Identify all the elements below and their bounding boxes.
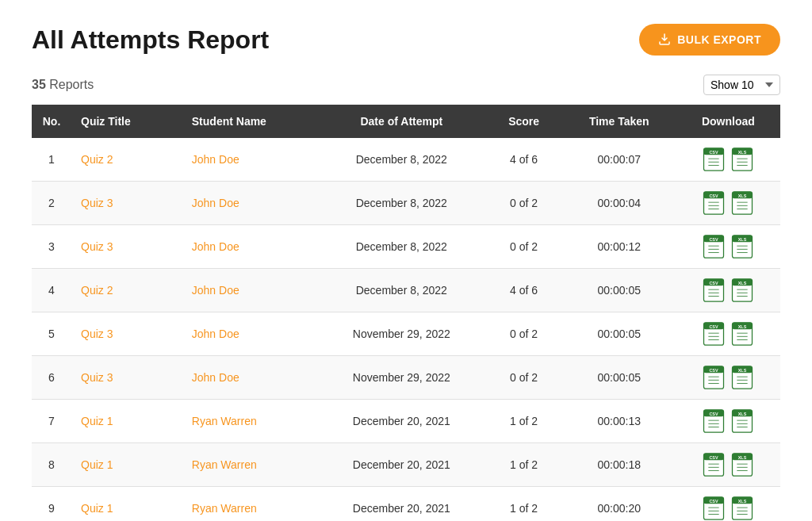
csv-download-icon[interactable]: CSV	[702, 409, 726, 433]
cell-time: 00:00:13	[562, 400, 676, 443]
xls-download-icon[interactable]: XLS	[730, 496, 754, 520]
table-row: 8 Quiz 1 Ryan Warren December 20, 2021 1…	[32, 443, 780, 487]
svg-text:XLS: XLS	[738, 150, 747, 155]
cell-time: 00:00:05	[562, 312, 676, 356]
cell-quiz: Quiz 1	[71, 443, 182, 487]
cell-time: 00:00:07	[562, 138, 676, 182]
cell-no: 9	[32, 487, 71, 522]
svg-text:XLS: XLS	[738, 368, 747, 373]
cell-date: December 8, 2022	[317, 269, 485, 312]
student-link[interactable]: Ryan Warren	[192, 502, 257, 515]
cell-time: 00:00:05	[562, 356, 676, 400]
table-header: No. Quiz Title Student Name Date of Atte…	[32, 105, 780, 138]
cell-no: 8	[32, 443, 71, 487]
table-row: 5 Quiz 3 John Doe November 29, 2022 0 of…	[32, 312, 780, 356]
cell-date: December 8, 2022	[317, 225, 485, 269]
cell-download: CSV XLS	[676, 443, 780, 487]
cell-no: 3	[32, 225, 71, 269]
sub-header: 35 Reports Show 10 Show 25 Show 50 Show …	[32, 75, 780, 95]
table-row: 3 Quiz 3 John Doe December 8, 2022 0 of …	[32, 225, 780, 269]
cell-score: 0 of 2	[485, 225, 561, 269]
csv-download-icon[interactable]: CSV	[702, 453, 726, 477]
show-select[interactable]: Show 10 Show 25 Show 50 Show 100	[703, 75, 780, 95]
quiz-link[interactable]: Quiz 1	[81, 502, 113, 515]
cell-time: 00:00:18	[562, 443, 676, 487]
xls-download-icon[interactable]: XLS	[730, 453, 754, 477]
student-link[interactable]: John Doe	[192, 153, 239, 166]
cell-quiz: Quiz 2	[71, 269, 182, 312]
table-row: 7 Quiz 1 Ryan Warren December 20, 2021 1…	[32, 400, 780, 443]
student-link[interactable]: John Doe	[192, 197, 239, 209]
cell-date: November 29, 2022	[317, 356, 485, 400]
quiz-link[interactable]: Quiz 3	[81, 197, 113, 209]
bulk-export-button[interactable]: BULK EXPORT	[639, 24, 780, 56]
quiz-link[interactable]: Quiz 3	[81, 371, 113, 384]
cell-student: Ryan Warren	[182, 400, 317, 443]
student-link[interactable]: John Doe	[192, 371, 239, 384]
cell-date: December 20, 2021	[317, 400, 485, 443]
col-download: Download	[676, 105, 780, 138]
cell-date: December 20, 2021	[317, 443, 485, 487]
col-student-name: Student Name	[182, 105, 317, 138]
table-row: 6 Quiz 3 John Doe November 29, 2022 0 of…	[32, 356, 780, 400]
csv-download-icon[interactable]: CSV	[702, 278, 726, 302]
student-link[interactable]: John Doe	[192, 284, 239, 297]
cell-quiz: Quiz 1	[71, 487, 182, 522]
cell-time: 00:00:05	[562, 269, 676, 312]
col-time: Time Taken	[562, 105, 676, 138]
student-link[interactable]: Ryan Warren	[192, 415, 257, 427]
cell-download: CSV XLS	[676, 400, 780, 443]
cell-no: 2	[32, 182, 71, 225]
csv-download-icon[interactable]: CSV	[702, 366, 726, 389]
col-no: No.	[32, 105, 71, 138]
quiz-link[interactable]: Quiz 2	[81, 153, 113, 166]
csv-download-icon[interactable]: CSV	[702, 147, 726, 171]
xls-download-icon[interactable]: XLS	[730, 191, 754, 215]
cell-score: 4 of 6	[485, 269, 561, 312]
cell-download: CSV XLS	[676, 487, 780, 522]
xls-download-icon[interactable]: XLS	[730, 322, 754, 346]
table-row: 2 Quiz 3 John Doe December 8, 2022 0 of …	[32, 182, 780, 225]
csv-download-icon[interactable]: CSV	[702, 235, 726, 259]
quiz-link[interactable]: Quiz 2	[81, 284, 113, 297]
cell-student: John Doe	[182, 356, 317, 400]
xls-download-icon[interactable]: XLS	[730, 147, 754, 171]
cell-date: December 8, 2022	[317, 182, 485, 225]
csv-download-icon[interactable]: CSV	[702, 496, 726, 520]
csv-download-icon[interactable]: CSV	[702, 191, 726, 215]
cell-student: John Doe	[182, 182, 317, 225]
student-link[interactable]: John Doe	[192, 328, 239, 340]
cell-date: December 20, 2021	[317, 487, 485, 522]
page-title: All Attempts Report	[32, 25, 269, 55]
quiz-link[interactable]: Quiz 1	[81, 415, 113, 427]
table-row: 4 Quiz 2 John Doe December 8, 2022 4 of …	[32, 269, 780, 312]
cell-download: CSV XLS	[676, 269, 780, 312]
quiz-link[interactable]: Quiz 3	[81, 328, 113, 340]
svg-text:CSV: CSV	[710, 455, 719, 460]
svg-text:XLS: XLS	[738, 324, 747, 329]
cell-download: CSV XLS	[676, 138, 780, 182]
svg-text:CSV: CSV	[710, 150, 719, 155]
student-link[interactable]: Ryan Warren	[192, 458, 257, 471]
xls-download-icon[interactable]: XLS	[730, 366, 754, 389]
xls-download-icon[interactable]: XLS	[730, 278, 754, 302]
quiz-link[interactable]: Quiz 1	[81, 458, 113, 471]
student-link[interactable]: John Doe	[192, 240, 239, 253]
cell-time: 00:00:04	[562, 182, 676, 225]
cell-student: John Doe	[182, 138, 317, 182]
cell-quiz: Quiz 3	[71, 182, 182, 225]
svg-text:CSV: CSV	[710, 193, 719, 198]
csv-download-icon[interactable]: CSV	[702, 322, 726, 346]
attempts-table: No. Quiz Title Student Name Date of Atte…	[32, 105, 780, 521]
table-row: 1 Quiz 2 John Doe December 8, 2022 4 of …	[32, 138, 780, 182]
cell-score: 1 of 2	[485, 487, 561, 522]
xls-download-icon[interactable]: XLS	[730, 235, 754, 259]
cell-download: CSV XLS	[676, 225, 780, 269]
xls-download-icon[interactable]: XLS	[730, 409, 754, 433]
svg-text:CSV: CSV	[710, 499, 719, 504]
svg-text:XLS: XLS	[738, 412, 747, 416]
cell-score: 0 of 2	[485, 182, 561, 225]
svg-text:CSV: CSV	[710, 368, 719, 373]
quiz-link[interactable]: Quiz 3	[81, 240, 113, 253]
cell-no: 6	[32, 356, 71, 400]
